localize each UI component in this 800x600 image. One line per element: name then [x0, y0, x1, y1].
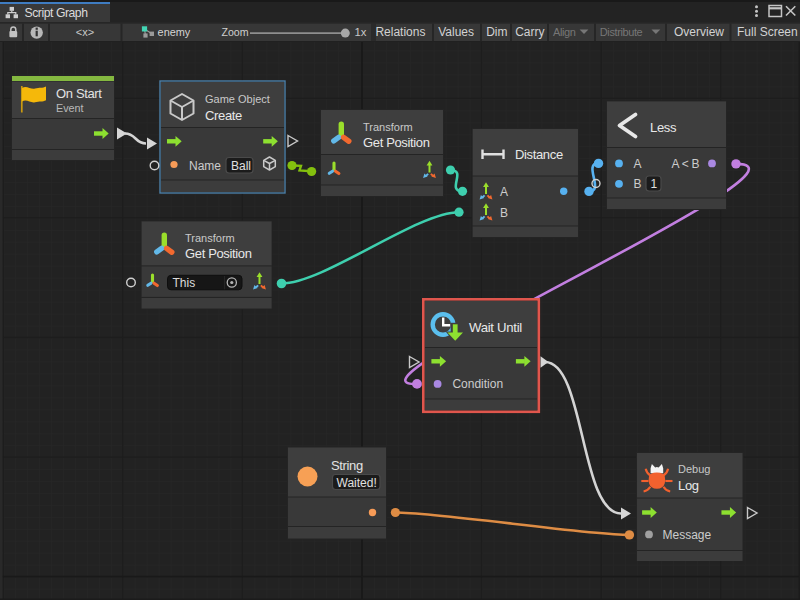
svg-text:Create: Create — [205, 108, 242, 123]
svg-text:Wait Until: Wait Until — [469, 320, 522, 335]
svg-text:A: A — [634, 157, 642, 171]
svg-text:Full Screen: Full Screen — [737, 25, 798, 39]
svg-text:A < B: A < B — [672, 157, 700, 171]
svg-text:On Start: On Start — [56, 86, 102, 101]
svg-text:Overview: Overview — [674, 25, 724, 39]
svg-text:1: 1 — [651, 177, 658, 191]
svg-text:Event: Event — [56, 102, 84, 114]
svg-text:Distribute: Distribute — [600, 26, 643, 38]
svg-text:Distance: Distance — [515, 147, 563, 162]
svg-text:B: B — [500, 206, 508, 220]
svg-text:Ball: Ball — [231, 159, 251, 173]
svg-text:Message: Message — [663, 528, 712, 542]
svg-text:Game Object: Game Object — [205, 93, 270, 105]
svg-text:Zoom: Zoom — [222, 26, 249, 38]
svg-text:Get Position: Get Position — [363, 135, 430, 150]
svg-text:1x: 1x — [355, 26, 367, 38]
svg-text:enemy: enemy — [158, 26, 191, 38]
svg-text:<x>: <x> — [76, 26, 94, 38]
svg-text:Script Graph: Script Graph — [25, 6, 88, 20]
svg-text:Values: Values — [438, 25, 474, 39]
svg-text:Less: Less — [650, 120, 677, 135]
svg-text:B: B — [634, 177, 642, 191]
svg-text:Dim: Dim — [486, 25, 507, 39]
svg-text:Debug: Debug — [678, 463, 710, 475]
svg-text:Relations: Relations — [375, 25, 425, 39]
svg-text:This: This — [173, 276, 196, 290]
svg-text:String: String — [331, 458, 363, 473]
svg-text:Log: Log — [678, 478, 699, 493]
svg-text:A: A — [500, 185, 508, 199]
svg-text:Carry: Carry — [515, 25, 544, 39]
svg-text:Get Position: Get Position — [185, 246, 252, 261]
svg-text:Condition: Condition — [452, 377, 503, 391]
svg-text:Transform: Transform — [185, 232, 235, 244]
svg-text:Waited!: Waited! — [337, 476, 377, 490]
svg-text:Align: Align — [553, 26, 576, 38]
svg-text:Transform: Transform — [363, 121, 413, 133]
svg-text:Name: Name — [189, 159, 221, 173]
